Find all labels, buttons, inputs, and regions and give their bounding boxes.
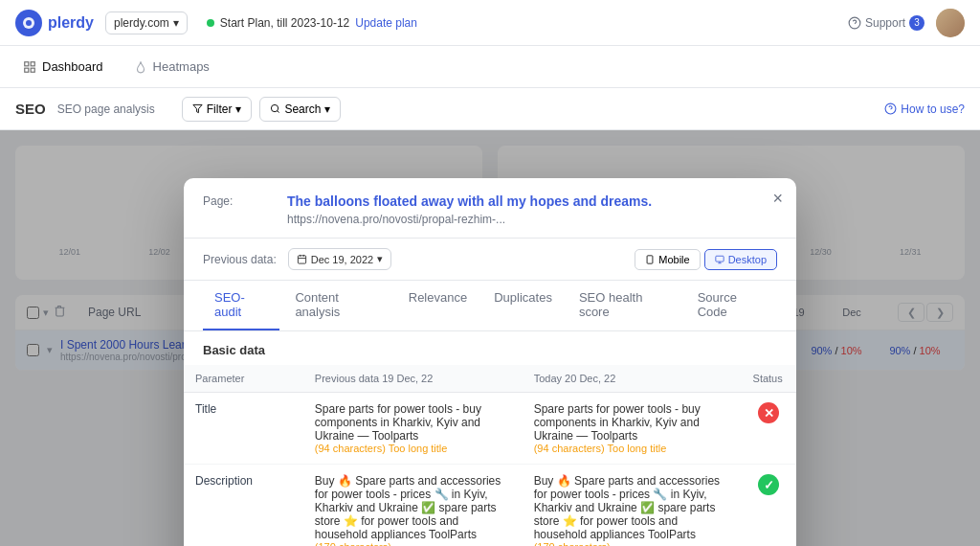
prev-title-data: Spare parts for power tools - buy compon…	[303, 393, 523, 465]
logo: plerdy	[15, 10, 94, 36]
svg-rect-19	[715, 256, 723, 262]
param-header: Parameter	[184, 365, 303, 393]
date-value: Dec 19, 2022	[311, 254, 373, 265]
search-icon	[270, 103, 280, 114]
svg-rect-6	[25, 68, 29, 72]
param-title: Title	[184, 393, 303, 465]
status-header: Status	[742, 365, 796, 393]
modal-header: Page: The balloons floated away with all…	[184, 178, 796, 239]
modal-body: Basic data Parameter Previous data 19 De…	[184, 331, 796, 546]
status-description: ✓	[742, 465, 796, 547]
desktop-label: Desktop	[728, 254, 767, 265]
help-icon	[884, 102, 897, 115]
today-title-data: Spare parts for power tools - buy compon…	[523, 393, 742, 465]
plan-dot	[207, 19, 214, 27]
plan-badge: Start Plan, till 2023-10-12 Update plan	[207, 16, 417, 30]
tab-content-analysis[interactable]: Content analysis	[283, 281, 392, 330]
prev-title-warning: (94 characters) Too long title	[315, 443, 511, 454]
desktop-button[interactable]: Desktop	[704, 249, 777, 270]
nav-right: Support 3	[848, 9, 965, 37]
param-description: Description	[184, 465, 303, 547]
domain-arrow: ▾	[173, 16, 179, 30]
seo-audit-modal: Page: The balloons floated away with all…	[184, 178, 796, 546]
modal-overlay: Page: The balloons floated away with all…	[0, 130, 980, 546]
today-desc-text: Buy 🔥 Spare parts and accessories for po…	[534, 474, 730, 541]
prev-title-text: Spare parts for power tools - buy compon…	[315, 402, 511, 443]
page-header: SEO SEO page analysis Filter ▾ Search ▾ …	[0, 88, 980, 130]
svg-line-10	[278, 111, 279, 113]
svg-rect-4	[25, 61, 29, 65]
search-label: Search	[284, 102, 321, 116]
svg-marker-8	[193, 104, 202, 112]
update-plan-link[interactable]: Update plan	[355, 16, 417, 30]
today-title-warning: (94 characters) Too long title	[534, 443, 730, 454]
modal-page-label: Page:	[203, 194, 233, 208]
logo-text: plerdy	[48, 14, 94, 32]
fire-icon	[134, 60, 147, 74]
today-header: Today 20 Dec, 22	[523, 365, 742, 393]
tab-seo-audit[interactable]: SEO-audit	[203, 281, 279, 330]
svg-point-9	[272, 104, 278, 111]
nav-heatmaps-label: Heatmaps	[153, 59, 210, 74]
seo-data-table: Parameter Previous data 19 Dec, 22 Today…	[184, 365, 796, 546]
today-desc-count: (170 characters)	[534, 541, 730, 546]
page-subtitle: SEO page analysis	[57, 102, 155, 116]
page-title: SEO	[15, 101, 46, 117]
device-buttons: Mobile Desktop	[635, 249, 777, 270]
svg-rect-7	[31, 68, 34, 72]
how-to-use[interactable]: How to use?	[884, 102, 965, 116]
basic-data-title: Basic data	[184, 331, 796, 365]
filter-label: Filter	[207, 102, 233, 116]
prev-desc-count: (170 characters)	[315, 541, 511, 546]
today-title-text: Spare parts for power tools - buy compon…	[534, 402, 730, 443]
how-to-label: How to use?	[901, 102, 965, 116]
modal-headline: The balloons floated away with all my ho…	[287, 193, 652, 209]
sub-navigation: Dashboard Heatmaps	[0, 46, 980, 88]
nav-dashboard-label: Dashboard	[42, 59, 103, 74]
tab-source-code[interactable]: Source Code	[686, 281, 777, 330]
mobile-icon	[645, 255, 655, 264]
today-desc-data: Buy 🔥 Spare parts and accessories for po…	[523, 465, 742, 547]
desktop-icon	[715, 255, 724, 264]
svg-point-1	[26, 20, 32, 26]
domain-selector[interactable]: plerdy.com ▾	[105, 11, 188, 34]
filter-button[interactable]: Filter ▾	[182, 97, 253, 122]
nav-item-dashboard[interactable]: Dashboard	[15, 56, 111, 78]
date-selector[interactable]: Dec 19, 2022 ▾	[288, 248, 391, 270]
table-row-title: Title Spare parts for power tools - buy …	[184, 393, 796, 465]
tab-duplicates[interactable]: Duplicates	[482, 281, 564, 330]
nav-item-heatmaps[interactable]: Heatmaps	[126, 56, 217, 78]
previous-data-label: Previous data:	[203, 253, 277, 266]
search-button[interactable]: Search ▾	[259, 97, 341, 122]
prev-desc-data: Buy 🔥 Spare parts and accessories for po…	[303, 465, 523, 547]
domain-text: plerdy.com	[114, 16, 169, 30]
logo-icon	[15, 10, 42, 36]
tab-seo-health[interactable]: SEO health score	[568, 281, 682, 330]
calendar-icon	[297, 254, 307, 264]
filter-arrow: ▾	[235, 102, 241, 116]
svg-rect-13	[298, 256, 305, 263]
tab-relevance[interactable]: Relevance	[397, 281, 479, 330]
filter-icon	[192, 103, 203, 114]
mobile-button[interactable]: Mobile	[635, 249, 700, 270]
modal-close-button[interactable]: ×	[772, 190, 783, 207]
status-title: ✕	[742, 393, 796, 465]
error-icon: ✕	[758, 402, 779, 423]
modal-subheader: Previous data: Dec 19, 2022 ▾ Mobile	[184, 239, 796, 281]
modal-url: https://novena.pro/novosti/propal-rezhim…	[287, 213, 652, 226]
support-button[interactable]: Support 3	[848, 15, 924, 31]
user-avatar[interactable]	[936, 9, 965, 37]
prev-desc-text: Buy 🔥 Spare parts and accessories for po…	[315, 474, 511, 541]
support-count: 3	[909, 15, 924, 31]
svg-rect-5	[31, 61, 34, 65]
modal-tabs: SEO-audit Content analysis Relevance Dup…	[184, 281, 796, 331]
search-arrow: ▾	[324, 102, 330, 116]
date-arrow: ▾	[377, 253, 383, 265]
ok-icon: ✓	[758, 474, 779, 495]
grid-icon	[23, 60, 36, 74]
header-actions: How to use?	[884, 102, 965, 116]
top-navigation: plerdy plerdy.com ▾ Start Plan, till 202…	[0, 0, 980, 46]
support-label: Support	[865, 16, 905, 30]
plan-text: Start Plan, till 2023-10-12	[220, 16, 349, 30]
main-content: 12/01 12/02 12/03 12/04 12/05	[0, 130, 980, 546]
